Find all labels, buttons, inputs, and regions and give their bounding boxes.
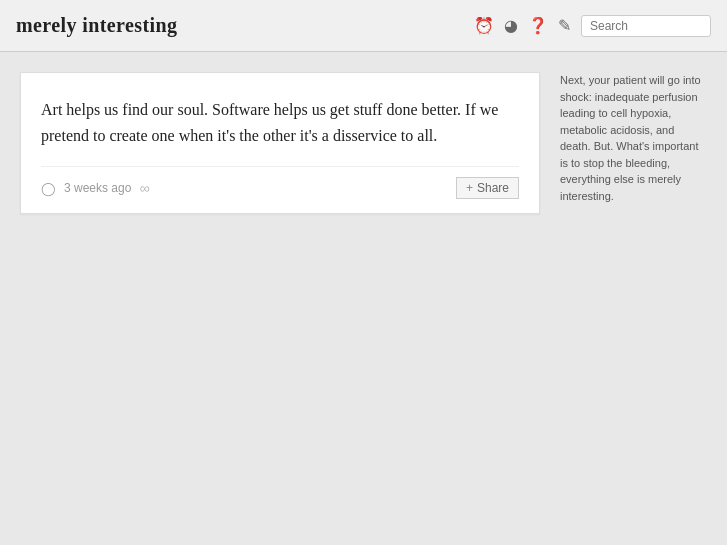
search-input[interactable]: [581, 15, 711, 37]
post-clock-icon: ◯: [41, 181, 56, 196]
post-footer: ◯ 3 weeks ago ∞ + Share: [41, 166, 519, 199]
header: merely interesting ⏰ ◕ ❓ ✎: [0, 0, 727, 52]
header-right: ⏰ ◕ ❓ ✎: [474, 15, 711, 37]
post-meta: ◯ 3 weeks ago ∞: [41, 180, 149, 196]
edit-icon[interactable]: ✎: [558, 16, 571, 35]
sidebar: Next, your patient will go into shock: i…: [560, 72, 720, 230]
content-area: Art helps us find our soul. Software hel…: [0, 72, 560, 230]
main-content: Art helps us find our soul. Software hel…: [0, 52, 727, 250]
share-plus-icon: +: [466, 181, 473, 195]
post-timestamp: 3 weeks ago: [64, 181, 131, 195]
post-infinity-icon: ∞: [139, 180, 149, 196]
sidebar-quote: Next, your patient will go into shock: i…: [560, 72, 706, 204]
share-label: Share: [477, 181, 509, 195]
site-title[interactable]: merely interesting: [16, 14, 177, 37]
post-card: Art helps us find our soul. Software hel…: [20, 72, 540, 214]
help-icon[interactable]: ❓: [528, 16, 548, 35]
clock-icon[interactable]: ⏰: [474, 16, 494, 35]
post-body: Art helps us find our soul. Software hel…: [41, 97, 519, 148]
share-button[interactable]: + Share: [456, 177, 519, 199]
rss-icon[interactable]: ◕: [504, 16, 518, 35]
